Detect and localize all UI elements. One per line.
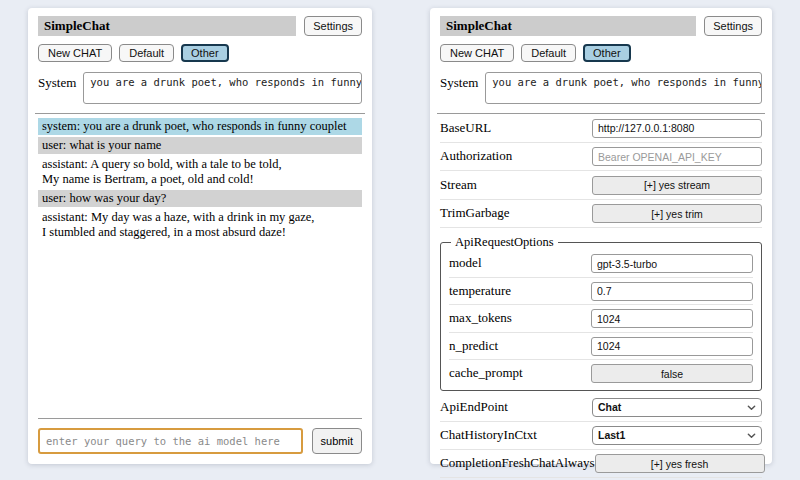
app-title: SimpleChat [440, 16, 696, 36]
chat-top-divider [35, 113, 365, 114]
temperature-input[interactable] [591, 282, 753, 301]
header: SimpleChat Settings [440, 16, 762, 36]
session-toolbar: New CHAT Default Other [440, 44, 762, 62]
settings-button[interactable]: Settings [704, 16, 762, 36]
system-label: System [38, 72, 76, 91]
setting-row-stream: Stream [+] yes stream [440, 171, 762, 200]
n-predict-input[interactable] [591, 337, 753, 356]
system-prompt-row: System you are a drunk poet, who respond… [440, 72, 762, 104]
chevron-down-icon [747, 403, 756, 412]
chat-history-label: ChatHistoryInCtxt [440, 427, 537, 443]
new-chat-button[interactable]: New CHAT [38, 44, 112, 62]
chat-message-user: user: how was your day? [38, 190, 362, 207]
stream-label: Stream [440, 177, 477, 193]
session-tab-default[interactable]: Default [521, 44, 576, 62]
chat-history-select[interactable]: Last1 [592, 426, 762, 445]
chat-log: system: you are a drunk poet, who respon… [38, 118, 362, 243]
system-label: System [440, 72, 478, 91]
setting-row-completion-fresh: CompletionFreshChatAlways [+] yes fresh [440, 450, 762, 479]
chat-message-assistant: assistant: A query so bold, with a tale … [38, 156, 362, 188]
authorization-label: Authorization [440, 148, 512, 164]
api-endpoint-select[interactable]: Chat [592, 398, 762, 417]
chat-panel: SimpleChat Settings New CHAT Default Oth… [28, 8, 372, 464]
stream-toggle-button[interactable]: [+] yes stream [592, 176, 762, 195]
chat-message-user: user: what is your name [38, 137, 362, 154]
setting-row-max-tokens: max_tokens [449, 305, 753, 333]
app-title: SimpleChat [38, 16, 296, 36]
query-input[interactable] [38, 428, 303, 454]
cache-prompt-toggle-button[interactable]: false [591, 364, 753, 383]
header: SimpleChat Settings [38, 16, 362, 36]
completion-fresh-label: CompletionFreshChatAlways [440, 455, 595, 471]
chevron-down-icon [747, 431, 756, 440]
setting-row-trimgarbage: TrimGarbage [+] yes trim [440, 200, 762, 229]
temperature-label: temperature [449, 283, 511, 299]
submit-button[interactable]: submit [312, 428, 362, 454]
model-input[interactable] [591, 254, 753, 273]
chat-message-system: system: you are a drunk poet, who respon… [38, 118, 362, 135]
setting-row-cache-prompt: cache_prompt false [449, 360, 753, 387]
baseurl-label: BaseURL [440, 120, 491, 136]
n-predict-label: n_predict [449, 338, 498, 354]
session-tab-other[interactable]: Other [583, 44, 631, 62]
setting-row-model: model [449, 250, 753, 278]
system-prompt-input[interactable]: you are a drunk poet, who responds in fu… [83, 72, 362, 104]
max-tokens-label: max_tokens [449, 310, 512, 326]
session-toolbar: New CHAT Default Other [38, 44, 362, 62]
cache-prompt-label: cache_prompt [449, 365, 523, 381]
api-request-options-group: ApiRequestOptions model temperature max_… [440, 235, 762, 391]
system-prompt-input[interactable]: you are a drunk poet, who responds in fu… [485, 72, 762, 104]
settings-button[interactable]: Settings [304, 16, 362, 36]
settings-panel: SimpleChat Settings New CHAT Default Oth… [430, 8, 772, 464]
new-chat-button[interactable]: New CHAT [440, 44, 514, 62]
setting-row-api-endpoint: ApiEndPoint Chat [440, 394, 762, 422]
setting-row-n-predict: n_predict [449, 333, 753, 361]
max-tokens-input[interactable] [591, 309, 753, 328]
session-tab-default[interactable]: Default [119, 44, 174, 62]
completion-fresh-toggle-button[interactable]: [+] yes fresh [595, 454, 765, 473]
api-request-options-legend: ApiRequestOptions [451, 235, 558, 250]
api-endpoint-label: ApiEndPoint [440, 399, 508, 415]
setting-row-chat-history: ChatHistoryInCtxt Last1 [440, 422, 762, 450]
system-prompt-row: System you are a drunk poet, who respond… [38, 72, 362, 104]
chat-message-assistant: assistant: My day was a haze, with a dri… [38, 209, 362, 241]
query-section: submit [38, 418, 362, 454]
authorization-input[interactable] [592, 147, 762, 166]
setting-row-authorization: Authorization [440, 143, 762, 172]
api-endpoint-selected-value: Chat [598, 401, 621, 413]
baseurl-input[interactable] [592, 119, 762, 138]
setting-row-temperature: temperature [449, 278, 753, 306]
trimgarbage-label: TrimGarbage [440, 205, 510, 221]
model-label: model [449, 255, 482, 271]
setting-row-baseurl: BaseURL [440, 114, 762, 143]
chat-history-selected-value: Last1 [598, 429, 625, 441]
trimgarbage-toggle-button[interactable]: [+] yes trim [592, 204, 762, 223]
session-tab-other[interactable]: Other [181, 44, 229, 62]
